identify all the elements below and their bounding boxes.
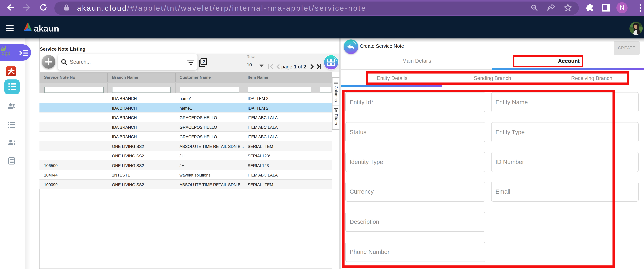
svg-text:2: 2 [202, 59, 205, 64]
